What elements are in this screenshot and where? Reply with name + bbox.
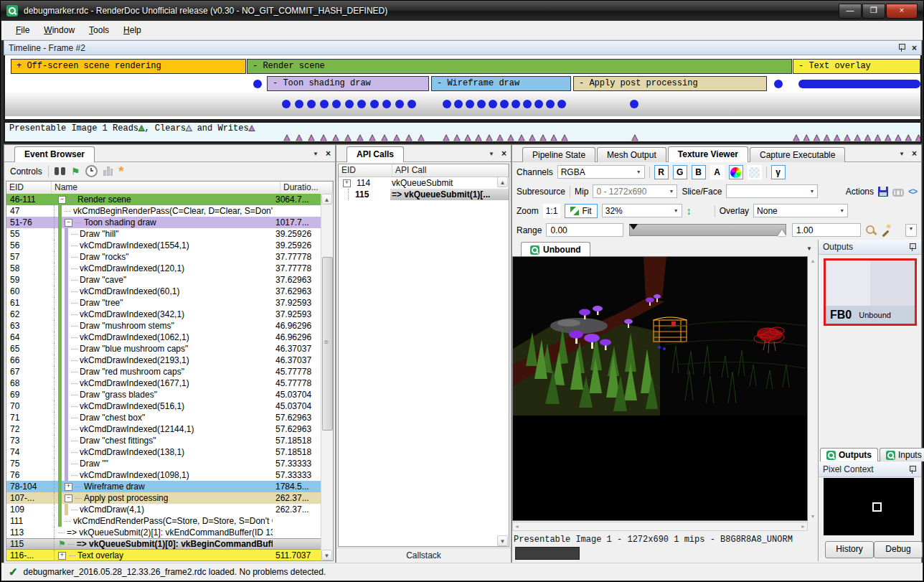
table-row[interactable]: 47vkCmdBeginRenderPass(C=Clear, D=Clear,… — [6, 205, 321, 217]
table-row[interactable]: 78-104+Wireframe draw1784.5... — [6, 481, 321, 492]
write-marker-icon[interactable]: ▲ — [527, 133, 537, 141]
write-marker-icon[interactable]: ▲ — [404, 133, 414, 141]
draw-dot[interactable] — [489, 100, 497, 108]
timeline-marker--apply-post-processing[interactable]: - Apply post processing — [573, 76, 767, 91]
draw-dot[interactable] — [395, 100, 404, 108]
timeline-marker--off-screen-scene-rendering[interactable]: + Off-screen scene rendering — [11, 59, 246, 74]
table-row[interactable]: 116-...+Text overlay511.7037 — [6, 550, 321, 561]
write-marker-icon[interactable]: ▲ — [913, 133, 922, 141]
close-icon[interactable]: × — [326, 149, 331, 159]
scroll-down-icon[interactable]: ▼ — [808, 514, 818, 519]
write-marker-icon[interactable]: ▲ — [392, 133, 402, 141]
draw-dot[interactable] — [477, 100, 486, 108]
column-eid[interactable]: EID — [339, 164, 392, 177]
menu-item-window[interactable]: Window — [37, 22, 82, 38]
table-row[interactable]: 60vkCmdDrawIndexed(60,1)37.62963 — [6, 286, 321, 297]
draw-dot[interactable] — [630, 100, 638, 108]
collapse-icon[interactable]: − — [65, 494, 72, 502]
table-row[interactable]: 67Draw "red mushroom caps"45.77778 — [6, 366, 321, 377]
close-icon[interactable]: × — [912, 149, 917, 159]
jump-to-event-icon[interactable]: ⚑ — [71, 167, 80, 176]
column-name[interactable]: Name — [52, 182, 280, 194]
minimize-button[interactable]: — — [839, 4, 862, 19]
preview-horizontal-scrollbar[interactable]: ◄ ► — [512, 522, 808, 531]
timeline-marker--text-overlay[interactable]: - Text overlay — [793, 59, 920, 74]
draw-dot[interactable] — [370, 100, 379, 108]
texture-display[interactable] — [512, 256, 808, 521]
write-marker-icon[interactable]: ▲ — [380, 133, 390, 141]
draws-pill[interactable] — [798, 80, 920, 88]
write-marker-icon[interactable]: ▲ — [630, 133, 640, 141]
expand-icon[interactable]: + — [58, 552, 66, 560]
draw-dot[interactable] — [332, 100, 341, 108]
table-row[interactable]: 66vkCmdDrawIndexed(2193,1)46.37037 — [6, 355, 321, 366]
range-black-point-handle[interactable] — [629, 224, 638, 234]
table-row[interactable]: 46-111−Render scene3064.7... — [6, 194, 321, 205]
save-texture-icon[interactable] — [878, 187, 888, 197]
menu-item-help[interactable]: Help — [116, 22, 148, 38]
write-marker-icon[interactable]: ▲ — [893, 133, 903, 141]
write-marker-icon[interactable]: ▲ — [903, 133, 913, 141]
pin-icon[interactable] — [909, 466, 915, 474]
draw-dot[interactable] — [454, 100, 463, 108]
collapse-icon[interactable]: − — [65, 219, 72, 227]
channel-blue-button[interactable]: B — [692, 165, 706, 179]
write-marker-icon[interactable]: ▲ — [294, 133, 304, 141]
draw-dot[interactable] — [443, 100, 451, 108]
event-browser-scrollbar[interactable]: ▲ ▼ — [321, 194, 333, 560]
write-marker-icon[interactable]: ▲ — [873, 133, 883, 141]
write-marker-icon[interactable]: ▲ — [355, 133, 365, 141]
close-icon[interactable]: × — [912, 43, 917, 53]
timeline-marker--render-scene[interactable]: - Render scene — [247, 59, 792, 74]
table-row[interactable]: 62vkCmdDrawIndexed(342,1)37.92593 — [6, 309, 321, 320]
write-marker-icon[interactable]: ▲ — [484, 133, 494, 141]
alpha-checker-button[interactable] — [748, 165, 762, 179]
tab-capture-executable[interactable]: Capture Executable — [750, 147, 845, 162]
color-wheel-button[interactable] — [729, 165, 743, 179]
tab-api-calls[interactable]: API Calls — [346, 146, 404, 162]
zoom-1-1-button[interactable]: 1:1 — [543, 204, 561, 218]
write-marker-icon[interactable]: ▲ — [811, 133, 821, 141]
table-row[interactable]: 115=> vkQueueSubmit(1)[... — [339, 189, 509, 200]
flip-y-icon[interactable]: ↕ — [687, 205, 692, 217]
tab-texture-viewer[interactable]: Texture Viewer — [668, 146, 748, 162]
panel-menu-icon[interactable]: ▼ — [313, 151, 319, 157]
tab-pipeline-state[interactable]: Pipeline State — [522, 147, 595, 162]
range-slider[interactable] — [629, 224, 786, 236]
table-row[interactable]: 111vkCmdEndRenderPass(C=Store, D=Store, … — [6, 515, 321, 527]
draw-dot[interactable] — [466, 100, 474, 108]
write-marker-icon[interactable]: ▲ — [791, 133, 801, 141]
bookmark-icon[interactable]: * — [118, 166, 123, 177]
write-marker-icon[interactable]: ▲ — [343, 133, 353, 141]
draw-dot[interactable] — [307, 100, 316, 108]
write-marker-icon[interactable]: ▲ — [517, 133, 527, 141]
autofit-wand-icon[interactable] — [880, 225, 891, 235]
menu-item-tools[interactable]: Tools — [82, 22, 116, 38]
table-row[interactable]: 73Draw "chest fittings"57.18518 — [6, 435, 321, 446]
collapse-icon[interactable]: − — [58, 196, 66, 204]
range-white-point-handle[interactable] — [778, 225, 786, 236]
menu-item-file[interactable]: File — [9, 22, 37, 38]
callstack-label[interactable]: Callstack — [336, 548, 511, 563]
pixel-context-display[interactable] — [824, 478, 914, 535]
find-icon[interactable] — [55, 167, 65, 175]
history-button[interactable]: History — [825, 541, 874, 558]
draw-dot[interactable] — [282, 100, 291, 108]
table-row[interactable]: 113=> vkQueueSubmit(2)[1]: vkEndCommandB… — [6, 527, 321, 538]
write-marker-icon[interactable]: ▲ — [883, 133, 893, 141]
write-marker-icon[interactable]: ▲ — [801, 133, 811, 141]
table-row[interactable]: 61Draw "tree"37.92593 — [6, 297, 321, 309]
table-row[interactable]: 75Draw ""57.33333 — [6, 458, 321, 469]
table-row[interactable]: 115⚑=> vkQueueSubmit(1)[0]: vkBeginComma… — [6, 538, 321, 550]
scroll-down-icon[interactable]: ▼ — [321, 550, 332, 560]
channel-alpha-button[interactable]: A — [710, 165, 725, 179]
write-marker-icon[interactable]: ▲ — [862, 133, 872, 141]
write-marker-icon[interactable]: ▲ — [822, 133, 832, 141]
write-marker-icon[interactable]: ▲ — [538, 133, 548, 141]
table-row[interactable]: 76vkCmdDrawIndexed(1098,1)57.33333 — [6, 469, 321, 481]
tab-event-browser[interactable]: Event Browser — [14, 146, 95, 162]
draw-dot[interactable] — [345, 100, 354, 108]
timeline-marker--toon-shading-draw[interactable]: - Toon shading draw — [267, 76, 429, 91]
table-row[interactable]: 55Draw "hill"39.25926 — [6, 228, 321, 240]
pin-icon[interactable] — [909, 243, 915, 251]
